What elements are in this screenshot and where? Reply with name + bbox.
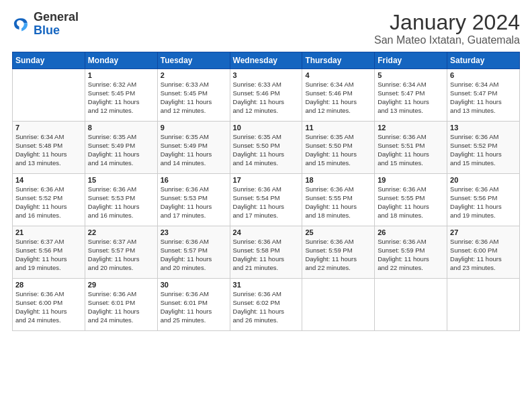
daylight-extra: and 22 minutes. (305, 264, 371, 273)
cell-w1-d3: 10 Sunrise: 6:35 AM Sunset: 5:50 PM Dayl… (230, 122, 302, 174)
calendar-table: Sunday Monday Tuesday Wednesday Thursday… (12, 52, 520, 331)
daylight-text: Daylight: 11 hours (450, 203, 517, 212)
day-number: 28 (15, 281, 82, 289)
sunrise-text: Sunrise: 6:37 AM (15, 238, 82, 246)
sunset-text: Sunset: 5:49 PM (161, 142, 227, 150)
day-number: 14 (15, 176, 82, 184)
cell-w1-d2: 9 Sunrise: 6:35 AM Sunset: 5:49 PM Dayli… (157, 122, 230, 174)
day-number: 26 (378, 228, 444, 236)
day-number: 19 (378, 176, 444, 184)
daylight-extra: and 13 minutes. (378, 107, 444, 116)
daylight-text: Daylight: 11 hours (15, 150, 82, 159)
day-number: 3 (233, 71, 300, 79)
daylight-text: Daylight: 11 hours (88, 255, 154, 264)
sunrise-text: Sunrise: 6:34 AM (378, 81, 444, 89)
daylight-extra: and 12 minutes. (161, 107, 227, 116)
daylight-text: Daylight: 11 hours (161, 203, 227, 212)
sunset-text: Sunset: 5:45 PM (161, 89, 227, 98)
week-row-1: 7 Sunrise: 6:34 AM Sunset: 5:48 PM Dayli… (13, 122, 520, 174)
day-number: 21 (15, 228, 82, 236)
day-number: 9 (161, 124, 227, 132)
daylight-text: Daylight: 11 hours (88, 98, 154, 107)
sunset-text: Sunset: 5:56 PM (450, 194, 517, 203)
daylight-extra: and 20 minutes. (161, 264, 227, 273)
daylight-extra: and 12 minutes. (233, 107, 300, 116)
cell-w3-d0: 21 Sunrise: 6:37 AM Sunset: 5:56 PM Dayl… (13, 226, 85, 279)
sunrise-text: Sunrise: 6:36 AM (305, 238, 371, 246)
daylight-text: Daylight: 11 hours (233, 98, 300, 107)
daylight-extra: and 24 minutes. (88, 316, 154, 325)
daylight-text: Daylight: 11 hours (15, 203, 82, 212)
sunset-text: Sunset: 6:01 PM (161, 299, 227, 308)
sunset-text: Sunset: 6:02 PM (233, 299, 300, 308)
sunset-text: Sunset: 6:01 PM (88, 299, 154, 308)
day-number: 11 (305, 124, 371, 132)
cell-w1-d1: 8 Sunrise: 6:35 AM Sunset: 5:49 PM Dayli… (85, 122, 157, 174)
sunset-text: Sunset: 5:47 PM (450, 89, 517, 98)
daylight-extra: and 22 minutes. (378, 264, 444, 273)
day-number: 5 (378, 71, 444, 79)
sunset-text: Sunset: 5:55 PM (378, 194, 444, 203)
daylight-text: Daylight: 11 hours (233, 255, 300, 264)
sunrise-text: Sunrise: 6:36 AM (378, 133, 444, 142)
daylight-extra: and 18 minutes. (378, 212, 444, 220)
daylight-extra: and 15 minutes. (450, 159, 517, 168)
sunrise-text: Sunrise: 6:36 AM (88, 185, 154, 194)
cell-w2-d6: 20 Sunrise: 6:36 AM Sunset: 5:56 PM Dayl… (447, 174, 520, 226)
daylight-extra: and 26 minutes. (233, 316, 300, 325)
sunset-text: Sunset: 5:51 PM (378, 142, 444, 150)
daylight-text: Daylight: 11 hours (305, 255, 371, 264)
sunrise-text: Sunrise: 6:33 AM (161, 81, 227, 89)
cell-w3-d1: 22 Sunrise: 6:37 AM Sunset: 5:57 PM Dayl… (85, 226, 157, 279)
daylight-text: Daylight: 11 hours (233, 203, 300, 212)
day-number: 29 (88, 281, 154, 289)
cell-w3-d6: 27 Sunrise: 6:36 AM Sunset: 6:00 PM Dayl… (447, 226, 520, 279)
calendar-body: 1 Sunrise: 6:32 AM Sunset: 5:45 PM Dayli… (13, 69, 520, 331)
day-number: 7 (15, 124, 82, 132)
sunrise-text: Sunrise: 6:32 AM (88, 81, 154, 89)
header-monday: Monday (85, 52, 157, 69)
week-row-0: 1 Sunrise: 6:32 AM Sunset: 5:45 PM Dayli… (13, 69, 520, 122)
cell-w3-d2: 23 Sunrise: 6:36 AM Sunset: 5:57 PM Dayl… (157, 226, 230, 279)
daylight-text: Daylight: 11 hours (161, 98, 227, 107)
header: General Blue January 2024 San Mateo Ixta… (12, 11, 520, 46)
cell-w1-d0: 7 Sunrise: 6:34 AM Sunset: 5:48 PM Dayli… (13, 122, 85, 174)
cell-w3-d5: 26 Sunrise: 6:36 AM Sunset: 5:59 PM Dayl… (375, 226, 447, 279)
sunset-text: Sunset: 5:56 PM (15, 246, 82, 255)
cell-w0-d2: 2 Sunrise: 6:33 AM Sunset: 5:45 PM Dayli… (157, 69, 230, 122)
cell-w0-d0 (13, 69, 85, 122)
sunrise-text: Sunrise: 6:35 AM (305, 133, 371, 142)
cell-w2-d1: 15 Sunrise: 6:36 AM Sunset: 5:53 PM Dayl… (85, 174, 157, 226)
sunrise-text: Sunrise: 6:34 AM (305, 81, 371, 89)
day-number: 18 (305, 176, 371, 184)
sunrise-text: Sunrise: 6:36 AM (450, 238, 517, 246)
logo-blue-text: Blue (34, 24, 60, 37)
daylight-text: Daylight: 11 hours (233, 308, 300, 316)
daylight-extra: and 12 minutes. (305, 107, 371, 116)
sunrise-text: Sunrise: 6:35 AM (233, 133, 300, 142)
cell-w0-d5: 5 Sunrise: 6:34 AM Sunset: 5:47 PM Dayli… (375, 69, 447, 122)
daylight-text: Daylight: 11 hours (450, 255, 517, 264)
logo-icon (12, 15, 31, 34)
sunrise-text: Sunrise: 6:37 AM (88, 238, 154, 246)
sunset-text: Sunset: 5:59 PM (378, 246, 444, 255)
header-sunday: Sunday (13, 52, 85, 69)
daylight-extra: and 20 minutes. (88, 264, 154, 273)
calendar-title: January 2024 (374, 11, 520, 34)
sunrise-text: Sunrise: 6:36 AM (450, 133, 517, 142)
cell-w4-d0: 28 Sunrise: 6:36 AM Sunset: 6:00 PM Dayl… (13, 279, 85, 331)
day-number: 25 (305, 228, 371, 236)
header-row: Sunday Monday Tuesday Wednesday Thursday… (13, 52, 520, 69)
cell-w2-d5: 19 Sunrise: 6:36 AM Sunset: 5:55 PM Dayl… (375, 174, 447, 226)
day-number: 8 (88, 124, 154, 132)
daylight-extra: and 14 minutes. (161, 159, 227, 168)
daylight-text: Daylight: 11 hours (233, 150, 300, 159)
cell-w4-d2: 30 Sunrise: 6:36 AM Sunset: 6:01 PM Dayl… (157, 279, 230, 331)
daylight-extra: and 24 minutes. (15, 316, 82, 325)
cell-w4-d3: 31 Sunrise: 6:36 AM Sunset: 6:02 PM Dayl… (230, 279, 302, 331)
daylight-text: Daylight: 11 hours (88, 308, 154, 316)
cell-w4-d1: 29 Sunrise: 6:36 AM Sunset: 6:01 PM Dayl… (85, 279, 157, 331)
daylight-text: Daylight: 11 hours (161, 308, 227, 316)
daylight-extra: and 16 minutes. (15, 212, 82, 220)
cell-w3-d3: 24 Sunrise: 6:36 AM Sunset: 5:58 PM Dayl… (230, 226, 302, 279)
